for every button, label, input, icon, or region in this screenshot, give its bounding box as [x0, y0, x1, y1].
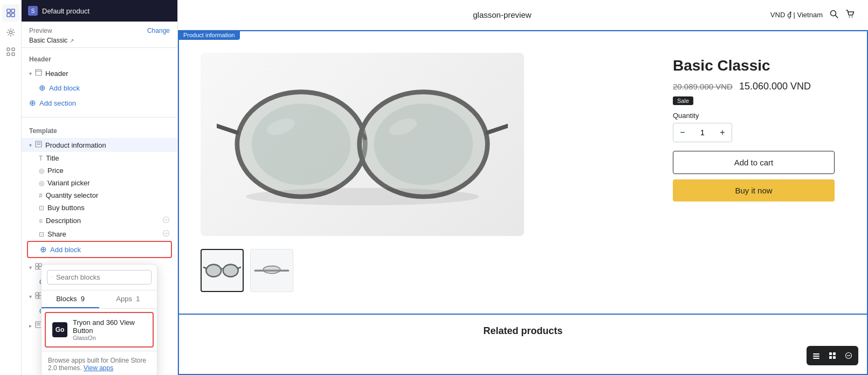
settings-icon-btn[interactable] [2, 24, 19, 41]
title-label: Title [46, 154, 170, 162]
price-sub-item[interactable]: ◎ Price [22, 164, 177, 177]
popup-item-glasson-icon: Go [52, 322, 67, 337]
popup-tab-apps[interactable]: Apps 1 [99, 290, 157, 308]
sidebar-logo-icon: S [28, 6, 38, 16]
related-chevron: ▸ [29, 323, 32, 329]
glasses-svg [217, 80, 508, 209]
svg-point-42 [206, 265, 221, 277]
toolbar-btn-2[interactable] [825, 348, 840, 363]
svg-rect-1 [11, 9, 15, 12]
sidebar-icon-column [0, 0, 22, 375]
svg-line-38 [487, 124, 508, 133]
search-icon[interactable] [829, 9, 839, 20]
svg-rect-0 [7, 9, 10, 12]
svg-rect-51 [829, 352, 832, 355]
sidebar-top-bar: S Default product [22, 0, 177, 22]
title-icon: T [39, 155, 43, 162]
popup-search-icon [52, 274, 53, 281]
sale-price: 15.060.000 VND [739, 81, 811, 92]
popup-item-info: Tryon and 360 View Button GlassOn [73, 318, 146, 341]
product-layout: Basic Classic 20.089.000 VND 15.060.000 … [179, 31, 867, 314]
svg-point-32 [851, 17, 852, 18]
add-block-highlighted-wrap: ⊕ Add block [27, 241, 172, 258]
apps1-chevron[interactable]: ▾ [29, 265, 32, 270]
store-logo: glasson-preview [473, 10, 531, 19]
header-group: Header ▾ Header ⊕ Add block ⊕ Add sectio… [22, 48, 177, 115]
add-section-btn[interactable]: ⊕ Add section [22, 95, 177, 110]
header-item-label: Header [45, 70, 170, 78]
apps-icon-btn[interactable] [2, 43, 19, 60]
product-info-item[interactable]: ▾ Product information [22, 138, 177, 152]
preview-row: Preview Change [29, 27, 170, 34]
popup-tabs: Blocks 9 Apps 1 [42, 290, 157, 309]
svg-rect-8 [12, 53, 15, 55]
grid-icon-btn[interactable] [2, 4, 19, 22]
sale-badge: Sale [673, 96, 693, 105]
variant-picker-item[interactable]: ◎ Variant picker [22, 177, 177, 189]
original-price: 20.089.000 VND [673, 82, 733, 91]
toolbar-btn-1[interactable] [809, 348, 824, 363]
view-apps-link[interactable]: View apps [84, 364, 113, 372]
buy-buttons-item[interactable]: ⊡ Buy buttons [22, 202, 177, 214]
buy-label: Buy buttons [47, 204, 170, 212]
product-info: Basic Classic 20.089.000 VND 15.060.000 … [673, 53, 835, 292]
popup-item-tryon[interactable]: Go Tryon and 360 View Button GlassOn [45, 312, 154, 348]
change-preview-link[interactable]: Change [147, 27, 170, 34]
header-add-block-btn[interactable]: ⊕ Add block [22, 80, 177, 95]
svg-rect-5 [7, 48, 10, 51]
quantity-selector-item[interactable]: # Quantity selector [22, 189, 177, 202]
svg-rect-22 [36, 293, 38, 295]
svg-rect-7 [7, 53, 10, 55]
apps-icon [6, 47, 15, 56]
sidebar-title: Default product [42, 7, 89, 15]
svg-point-4 [9, 31, 12, 34]
svg-rect-48 [813, 353, 819, 355]
share-action-icon [162, 230, 170, 239]
cart-icon[interactable] [845, 9, 855, 20]
svg-point-41 [246, 188, 479, 205]
header-item[interactable]: ▾ Header [22, 66, 177, 80]
product-info-add-block-btn[interactable]: ⊕ Add block [28, 242, 171, 257]
popup-search [42, 265, 157, 290]
svg-line-30 [835, 16, 838, 18]
description-item[interactable]: ≡ Description [22, 214, 177, 227]
product-thumbnails [201, 249, 640, 292]
toolbar-btn-3[interactable] [841, 348, 856, 363]
thumb-1[interactable] [201, 249, 244, 292]
svg-rect-18 [36, 263, 38, 266]
store-currency: VND ₫ | Vietnam [770, 11, 823, 19]
svg-rect-49 [813, 356, 819, 357]
header-group-title: Header [22, 52, 177, 66]
header-item-icon [35, 69, 42, 78]
related-section: Related products [179, 314, 867, 348]
svg-rect-20 [36, 267, 38, 269]
settings-icon [6, 28, 15, 37]
plus-section-icon: ⊕ [29, 98, 36, 108]
quantity-decrease-btn[interactable]: − [673, 123, 692, 142]
svg-point-31 [849, 17, 850, 18]
preview-product-name: Basic Classic [29, 37, 67, 44]
thumb-2[interactable] [250, 249, 293, 292]
quantity-value: 1 [692, 128, 713, 137]
title-sub-item[interactable]: T Title [22, 152, 177, 164]
svg-point-36 [374, 103, 473, 185]
add-to-cart-btn[interactable]: Add to cart [673, 151, 835, 174]
popup-tab-blocks[interactable]: Blocks 9 [42, 290, 99, 308]
search-blocks-input[interactable] [56, 273, 147, 281]
svg-line-44 [203, 267, 206, 268]
product-info-chevron[interactable]: ▾ [29, 142, 32, 148]
svg-rect-53 [829, 356, 832, 359]
quantity-increase-btn[interactable]: + [713, 123, 732, 142]
share-icon: ⊡ [39, 231, 44, 238]
quantity-icon: # [39, 192, 43, 199]
buy-icon: ⊡ [39, 204, 44, 212]
product-title: Basic Classic [673, 57, 835, 74]
thumb-2-svg [253, 256, 291, 285]
grid-icon [6, 9, 15, 17]
apps2-chevron[interactable]: ▾ [29, 294, 32, 300]
popup-item-subtitle: GlassOn [73, 335, 146, 341]
share-item[interactable]: ⊡ Share [22, 227, 177, 241]
variant-label: Variant picker [47, 179, 170, 187]
buy-now-btn[interactable]: Buy it now [673, 179, 835, 202]
price-label: Price [47, 166, 170, 175]
